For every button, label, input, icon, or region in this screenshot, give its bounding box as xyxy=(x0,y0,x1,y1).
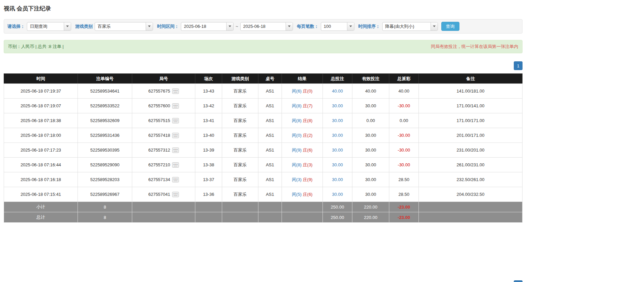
cell-remark: 141.00/181.00 xyxy=(419,84,523,99)
round-result-icon[interactable] xyxy=(172,103,179,109)
total-total-bet: 250.00 xyxy=(323,212,352,223)
select-label: 请选择： xyxy=(7,23,25,30)
range-separator: ~ xyxy=(236,24,238,29)
cell-time: 2025-06-18 07:18:38 xyxy=(4,113,78,128)
cell-table-no: AS1 xyxy=(258,187,282,202)
game-type-dropdown[interactable]: 百家乐 xyxy=(95,22,153,31)
subtotal-valid-bet: 220.00 xyxy=(352,202,389,212)
total-empty xyxy=(132,212,195,223)
cell-bet-id: 522589529090 xyxy=(78,158,132,172)
total-bet-link[interactable]: 40.00 xyxy=(332,89,343,94)
round-number: 627557312 xyxy=(148,148,170,153)
cell-time: 2025-06-18 07:16:18 xyxy=(4,172,78,187)
chevron-down-icon[interactable] xyxy=(431,22,438,31)
date-to-value: 2025-06-18 xyxy=(241,22,286,31)
time-sort-value: 降幕(由大到小) xyxy=(383,22,431,31)
cell-session: 13-39 xyxy=(195,143,222,158)
filter-bar: 请选择： 日期查询 游戏类别 百家乐 时间区间： 2025-06-18 ~ 20… xyxy=(4,19,523,34)
cell-bet-id: 522589534641 xyxy=(78,84,132,99)
time-range-label: 时间区间： xyxy=(157,23,179,30)
cell-result: 闲(8) 庄(3) xyxy=(282,158,323,172)
total-bet-link[interactable]: 30.00 xyxy=(332,192,343,197)
round-result-icon[interactable] xyxy=(172,118,179,123)
total-count: 8 xyxy=(78,212,132,223)
time-sort-label: 时间排序： xyxy=(358,23,380,30)
result-player: 闲(8) xyxy=(292,162,302,167)
round-number: 627557041 xyxy=(148,192,170,197)
cell-remark: 204.00/232.50 xyxy=(419,187,523,202)
total-bet-link[interactable]: 30.00 xyxy=(332,103,343,108)
total-bet-link[interactable]: 30.00 xyxy=(332,177,343,182)
round-number: 627557134 xyxy=(148,177,170,182)
header-game-type: 游戏类别 xyxy=(222,74,258,84)
header-total-bet: 总投注 xyxy=(323,74,352,84)
subtotal-empty xyxy=(195,202,222,212)
chevron-down-icon[interactable] xyxy=(226,22,233,31)
cell-round: 627557515 xyxy=(132,113,195,128)
total-bet-link[interactable]: 30.00 xyxy=(332,162,343,167)
round-number: 627557515 xyxy=(148,118,170,123)
table-row: 2025-06-18 07:16:44522589529090627557210… xyxy=(4,158,523,172)
subtotal-total-bet: 250.00 xyxy=(323,202,352,212)
subtotal-empty xyxy=(222,202,258,212)
result-banker: 庄(9) xyxy=(303,177,312,182)
result-player: 闲(5) xyxy=(292,192,302,197)
round-result-icon[interactable] xyxy=(172,133,179,138)
cell-time: 2025-06-18 07:16:44 xyxy=(4,158,78,172)
bet-records-table: 时间 注单编号 局号 场次 游戏类别 桌号 结果 总投注 有效投注 总派彩 备注… xyxy=(4,73,523,223)
cell-remark: 231.00/201.00 xyxy=(419,143,523,158)
cell-result: 闲(8) 庄(8) xyxy=(282,113,323,128)
total-bet-link[interactable]: 30.00 xyxy=(332,118,343,123)
round-result-icon[interactable] xyxy=(172,89,179,94)
date-from-dropdown[interactable]: 2025-06-18 xyxy=(181,22,234,31)
query-type-dropdown[interactable]: 日期查询 xyxy=(27,22,71,31)
round-result-icon[interactable] xyxy=(172,148,179,153)
cell-game-type: 百家乐 xyxy=(222,172,258,187)
page-size-dropdown[interactable]: 100 xyxy=(321,22,354,31)
total-bet-link[interactable]: 30.00 xyxy=(332,133,343,138)
cell-round: 627557675 xyxy=(132,84,195,99)
result-banker: 庄(0) xyxy=(303,89,312,94)
cell-time: 2025-06-18 07:15:41 xyxy=(4,187,78,202)
subtotal-payout: -23.00 xyxy=(389,202,419,212)
round-result-icon[interactable] xyxy=(172,192,179,197)
round-result-icon[interactable] xyxy=(172,162,179,168)
cell-result: 闲(9) 庄(6) xyxy=(282,143,323,158)
cell-total-bet: 30.00 xyxy=(323,143,352,158)
chevron-down-icon[interactable] xyxy=(347,22,354,31)
cell-valid-bet: 40.00 xyxy=(352,84,389,99)
caret-icon xyxy=(349,25,352,27)
total-empty xyxy=(282,212,323,223)
cell-round: 627557134 xyxy=(132,172,195,187)
total-bet-link[interactable]: 30.00 xyxy=(332,148,343,153)
subtotal-empty xyxy=(258,202,282,212)
round-result-icon[interactable] xyxy=(172,177,179,182)
cell-game-type: 百家乐 xyxy=(222,99,258,113)
table-row: 2025-06-18 07:15:41522589526967627557041… xyxy=(4,187,523,202)
chevron-down-icon[interactable] xyxy=(286,22,293,31)
cell-remark: 171.00/171.00 xyxy=(419,113,523,128)
cell-round: 627557418 xyxy=(132,128,195,143)
result-banker: 庄(8) xyxy=(303,118,312,123)
cell-time: 2025-06-18 07:18:00 xyxy=(4,128,78,143)
chevron-down-icon[interactable] xyxy=(64,22,71,31)
cell-remark: 261.00/231.00 xyxy=(419,158,523,172)
page-button[interactable]: 1 xyxy=(514,61,523,70)
header-table-no: 桌号 xyxy=(258,74,282,84)
table-row: 2025-06-18 07:16:18522589528203627557134… xyxy=(4,172,523,187)
header-session: 场次 xyxy=(195,74,222,84)
time-sort-dropdown[interactable]: 降幕(由大到小) xyxy=(382,22,438,31)
cell-payout: -30.00 xyxy=(389,143,419,158)
total-empty xyxy=(222,212,258,223)
chevron-down-icon[interactable] xyxy=(146,22,153,31)
page-button[interactable]: 1 xyxy=(514,280,523,282)
result-banker: 庄(7) xyxy=(303,103,312,108)
cell-session: 13-43 xyxy=(195,84,222,99)
result-player: 闲(8) xyxy=(292,103,302,108)
game-type-label: 游戏类别 xyxy=(75,23,93,30)
search-button[interactable]: 查询 xyxy=(441,22,459,31)
cell-table-no: AS1 xyxy=(258,99,282,113)
date-to-dropdown[interactable]: 2025-06-18 xyxy=(240,22,293,31)
total-valid-bet: 220.00 xyxy=(352,212,389,223)
cell-game-type: 百家乐 xyxy=(222,84,258,99)
